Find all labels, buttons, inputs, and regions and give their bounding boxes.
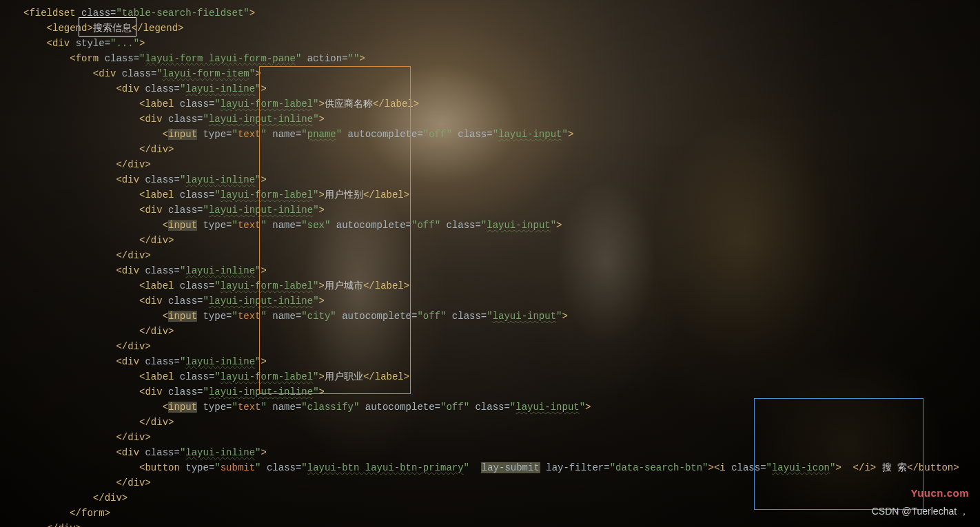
form-label: 供应商名称 bbox=[325, 99, 373, 110]
lay-submit-attr: lay-submit bbox=[481, 462, 540, 473]
attr-value: layui-form-item bbox=[163, 68, 249, 79]
input-name: sex bbox=[307, 220, 325, 231]
form-label: 用户城市 bbox=[325, 280, 363, 291]
attr-value: table-search-fieldset bbox=[122, 8, 243, 19]
attr-value: data-search-btn bbox=[615, 462, 702, 473]
watermark-csdn: CSDN @Tuerlechat ， bbox=[872, 504, 969, 519]
button-text: 搜 索 bbox=[882, 462, 907, 473]
input-name: classify bbox=[307, 402, 354, 413]
input-name: pname bbox=[307, 129, 336, 140]
attr-value: layui-inline bbox=[185, 83, 255, 94]
attr-value: layui-icon bbox=[772, 462, 830, 473]
attr-value: layui-input-inline bbox=[209, 114, 313, 125]
form-label: 用户职业 bbox=[325, 371, 363, 382]
attr-value: layui-input bbox=[498, 129, 562, 140]
code-editor[interactable]: <fieldset class="table-search-fieldset">… bbox=[0, 0, 980, 527]
watermark-yuucn: Yuucn.com bbox=[910, 486, 969, 501]
attr-value: ... bbox=[116, 38, 133, 49]
form-label: 用户性别 bbox=[325, 189, 363, 200]
input-name: city bbox=[307, 311, 331, 322]
attr-value: layui-form-label bbox=[221, 99, 313, 110]
legend-text: 搜索信息 bbox=[93, 23, 132, 34]
attr-value: layui-btn layui-btn-primary bbox=[307, 462, 464, 473]
attr-value: layui-form layui-form-pane bbox=[145, 53, 295, 64]
